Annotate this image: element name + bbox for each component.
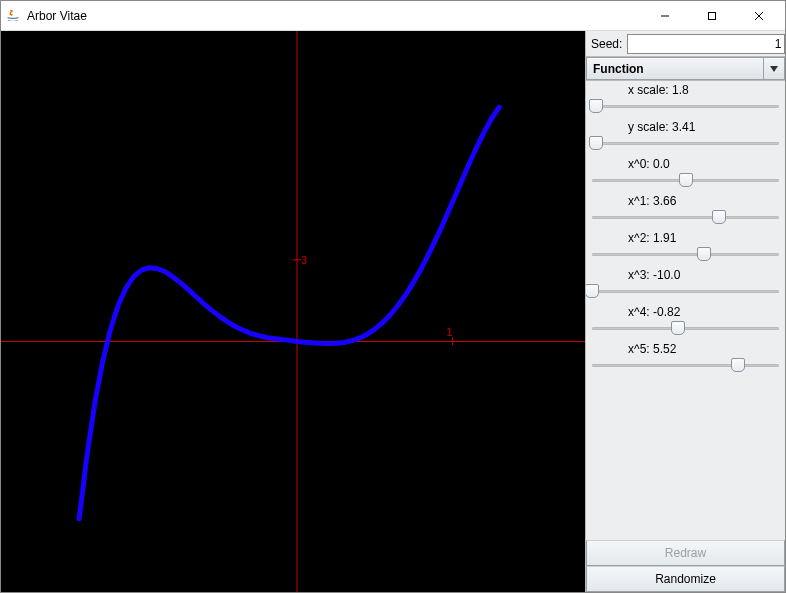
slider-row: x^3: -10.0: [592, 268, 779, 299]
combo-selected-label: Function: [586, 57, 763, 80]
bottom-buttons: Redraw Randomize: [586, 540, 785, 592]
slider-thumb[interactable]: [586, 284, 599, 298]
svg-text:3: 3: [301, 254, 307, 266]
slider[interactable]: [592, 172, 779, 188]
slider-rail: [592, 216, 779, 219]
slider[interactable]: [592, 209, 779, 225]
maximize-button[interactable]: [689, 2, 734, 30]
slider-label: y scale: 3.41: [592, 120, 779, 134]
function-combo[interactable]: Function: [586, 57, 785, 81]
window-controls: [642, 2, 781, 30]
minimize-button[interactable]: [642, 2, 687, 30]
svg-rect-1: [708, 12, 715, 19]
slider-thumb[interactable]: [589, 99, 603, 113]
slider-rail: [592, 364, 779, 367]
slider-label: x^0: 0.0: [592, 157, 779, 171]
slider-row: x^4: -0.82: [592, 305, 779, 336]
slider[interactable]: [592, 320, 779, 336]
slider-label: x scale: 1.8: [592, 83, 779, 97]
slider-row: x scale: 1.8: [592, 83, 779, 114]
redraw-button[interactable]: Redraw: [586, 540, 785, 566]
slider-row: x^2: 1.91: [592, 231, 779, 262]
slider[interactable]: [592, 98, 779, 114]
slider-label: x^1: 3.66: [592, 194, 779, 208]
slider-thumb[interactable]: [589, 136, 603, 150]
sliders-panel: x scale: 1.8y scale: 3.41x^0: 0.0x^1: 3.…: [586, 81, 785, 540]
app-window: Arbor Vitae 13 Seed: ▲ ▼ New Function: [0, 0, 786, 593]
close-button[interactable]: [736, 2, 781, 30]
slider-thumb[interactable]: [697, 247, 711, 261]
slider[interactable]: [592, 246, 779, 262]
slider-row: x^0: 0.0: [592, 157, 779, 188]
java-app-icon: [5, 8, 21, 24]
slider-thumb[interactable]: [731, 358, 745, 372]
seed-row: Seed: ▲ ▼ New: [586, 31, 785, 57]
titlebar: Arbor Vitae: [1, 1, 785, 31]
slider-rail: [592, 253, 779, 256]
slider-rail: [592, 142, 779, 145]
slider-rail: [592, 290, 779, 293]
slider-thumb[interactable]: [671, 321, 685, 335]
slider-thumb[interactable]: [679, 173, 693, 187]
slider-row: y scale: 3.41: [592, 120, 779, 151]
slider-rail: [592, 327, 779, 330]
slider[interactable]: [592, 283, 779, 299]
content-area: 13 Seed: ▲ ▼ New Function x scale: 1.8y …: [1, 31, 785, 592]
slider-row: x^5: 5.52: [592, 342, 779, 373]
seed-input[interactable]: [627, 34, 785, 54]
slider-row: x^1: 3.66: [592, 194, 779, 225]
slider-rail: [592, 105, 779, 108]
slider-label: x^4: -0.82: [592, 305, 779, 319]
plot-canvas: 13: [1, 31, 585, 592]
slider[interactable]: [592, 357, 779, 373]
svg-text:1: 1: [447, 326, 453, 338]
slider-thumb[interactable]: [712, 210, 726, 224]
randomize-button[interactable]: Randomize: [586, 566, 785, 592]
chevron-down-icon: [763, 57, 785, 80]
seed-label: Seed:: [588, 37, 625, 51]
slider-label: x^5: 5.52: [592, 342, 779, 356]
side-panel: Seed: ▲ ▼ New Function x scale: 1.8y sca…: [585, 31, 785, 592]
slider-label: x^2: 1.91: [592, 231, 779, 245]
slider[interactable]: [592, 135, 779, 151]
window-title: Arbor Vitae: [27, 9, 642, 23]
slider-label: x^3: -10.0: [592, 268, 779, 282]
plot-svg: 13: [1, 31, 585, 592]
